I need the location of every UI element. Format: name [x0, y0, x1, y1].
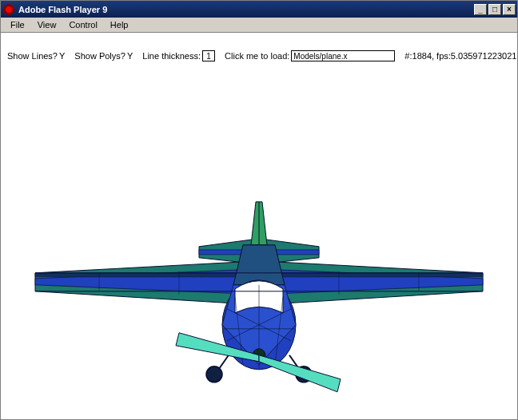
- window-controls: _ □ ×: [472, 4, 516, 15]
- window-title: Adobe Flash Player 9: [18, 5, 472, 14]
- titlebar[interactable]: Adobe Flash Player 9 _ □ ×: [1, 1, 517, 18]
- 3d-viewport[interactable]: [1, 73, 517, 419]
- app-icon: [2, 3, 15, 16]
- line-thickness-input[interactable]: [202, 50, 215, 61]
- svg-marker-22: [259, 355, 341, 392]
- load-label[interactable]: Click me to load:: [225, 51, 289, 61]
- line-thickness-group: Line thickness:: [142, 50, 215, 61]
- show-lines-toggle[interactable]: Show Lines? Y: [7, 51, 65, 61]
- show-lines-value: Y: [59, 51, 65, 61]
- maximize-button[interactable]: □: [488, 4, 501, 15]
- show-polys-toggle[interactable]: Show Polys? Y: [74, 51, 133, 61]
- line-thickness-label: Line thickness:: [142, 51, 201, 61]
- stats-readout: #:1884, fps:5.03597122302158: [404, 51, 517, 61]
- minimize-button[interactable]: _: [474, 4, 487, 15]
- content-area: Show Lines? Y Show Polys? Y Line thickne…: [1, 33, 517, 419]
- menu-control[interactable]: Control: [62, 18, 103, 31]
- show-polys-label: Show Polys?: [74, 51, 126, 61]
- close-button[interactable]: ×: [503, 4, 516, 15]
- menu-view[interactable]: View: [31, 18, 63, 31]
- show-polys-value: Y: [127, 51, 133, 61]
- menu-file[interactable]: File: [4, 18, 31, 31]
- show-lines-label: Show Lines?: [7, 51, 58, 61]
- svg-point-17: [206, 367, 222, 382]
- menu-help[interactable]: Help: [104, 18, 135, 31]
- toolbar: Show Lines? Y Show Polys? Y Line thickne…: [7, 50, 511, 61]
- plane-model-icon: [19, 125, 499, 413]
- stats-text: #:1884, fps:5.03597122302158: [404, 51, 517, 61]
- app-window: Adobe Flash Player 9 _ □ × File View Con…: [0, 0, 518, 420]
- model-path-input[interactable]: [291, 50, 395, 61]
- load-model-group: Click me to load:: [225, 50, 395, 61]
- menubar: File View Control Help: [1, 18, 517, 33]
